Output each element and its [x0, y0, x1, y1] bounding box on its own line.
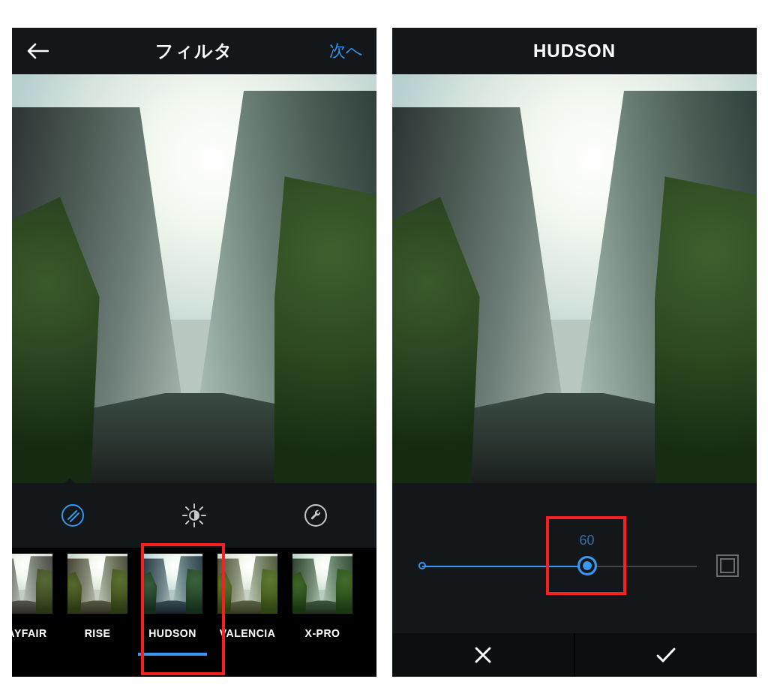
slider-thumb[interactable]: [578, 556, 597, 575]
header: フィルタ 次へ: [12, 28, 376, 74]
svg-line-1: [68, 511, 76, 519]
filter-thumbnail: [292, 554, 352, 614]
svg-line-9: [200, 521, 203, 524]
slider-fill: [422, 566, 587, 567]
filter-label: RISE: [85, 627, 111, 639]
svg-line-10: [186, 521, 189, 524]
svg-line-8: [186, 507, 189, 510]
back-arrow-icon: [26, 42, 49, 60]
wrench-icon: [303, 503, 328, 528]
selected-filter-underline: [138, 653, 207, 656]
filter-strength-screen: HUDSON 60: [392, 28, 757, 677]
tab-lux[interactable]: [178, 499, 211, 532]
filter-label: VALENCIA: [220, 627, 276, 639]
svg-line-11: [200, 507, 203, 510]
page-title: HUDSON: [533, 41, 616, 62]
filter-thumbnail: [12, 554, 52, 614]
filter-label: MAYFAIR: [12, 627, 47, 639]
header: HUDSON: [392, 28, 757, 74]
filter-valencia[interactable]: VALENCIA: [210, 554, 285, 639]
confirm-button[interactable]: [575, 633, 757, 677]
cancel-button[interactable]: [392, 633, 574, 677]
page-title: フィルタ: [155, 39, 233, 63]
next-button[interactable]: 次へ: [329, 40, 363, 62]
tab-filters[interactable]: [56, 499, 89, 532]
filter-thumbnail: [218, 554, 278, 614]
slider-value-label: 60: [580, 533, 595, 548]
sun-icon: [182, 503, 207, 528]
filter-label: X-PRO: [305, 627, 340, 639]
photo-preview: [392, 74, 757, 483]
editor-tabs: [12, 483, 376, 548]
border-toggle-button[interactable]: [716, 554, 739, 577]
effects-icon: [60, 503, 86, 528]
check-icon: [655, 645, 677, 665]
filter-mayfair[interactable]: MAYFAIR: [12, 554, 60, 639]
filter-selection-screen: フィルタ 次へ: [12, 28, 376, 677]
filter-hudson[interactable]: HUDSON: [135, 554, 210, 639]
photo-preview: [12, 74, 376, 483]
close-icon: [473, 645, 493, 665]
svg-line-2: [70, 513, 79, 521]
tab-tools[interactable]: [299, 499, 332, 532]
action-row: [392, 633, 757, 677]
filter-thumbnail: [68, 554, 128, 614]
strength-slider-area: 60: [392, 483, 757, 633]
back-button[interactable]: [22, 36, 52, 66]
filter-label: HUDSON: [148, 627, 196, 639]
filter-rise[interactable]: RISE: [60, 554, 135, 639]
filter-strip[interactable]: MAYFAIRRISEHUDSONVALENCIAX-PRO: [12, 548, 376, 677]
filter-thumbnail: [142, 554, 202, 614]
filter-x-pro[interactable]: X-PRO: [285, 554, 360, 639]
